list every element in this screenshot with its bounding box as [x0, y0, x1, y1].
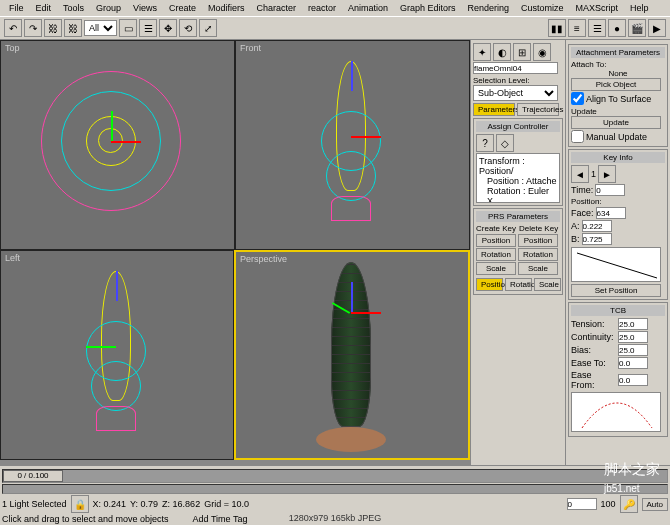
menu-grapheditors[interactable]: Graph Editors — [395, 1, 461, 15]
axis-y — [111, 111, 113, 141]
watermark: 脚本之家jb51.net — [604, 461, 660, 495]
b-input[interactable] — [582, 233, 612, 245]
menu-animation[interactable]: Animation — [343, 1, 393, 15]
auto-key-button[interactable]: Auto — [642, 498, 668, 511]
assign-icon[interactable]: ? — [476, 134, 494, 152]
menu-rendering[interactable]: Rendering — [463, 1, 515, 15]
easefrom-label: Ease From: — [571, 370, 616, 390]
create-tab-icon[interactable]: ✦ — [473, 43, 491, 61]
bias-input[interactable] — [618, 344, 648, 356]
hierarchy-tab-icon[interactable]: ⊞ — [513, 43, 531, 61]
menu-file[interactable]: File — [4, 1, 29, 15]
prev-key-icon[interactable]: ◄ — [571, 165, 589, 183]
next-key-icon[interactable]: ► — [598, 165, 616, 183]
grid-status: Grid = 10.0 — [204, 499, 249, 509]
create-pos-button[interactable]: Position — [476, 234, 516, 247]
manual-checkbox[interactable] — [571, 130, 584, 143]
viewport-label: Top — [5, 43, 20, 53]
parameters-button[interactable]: Parameters — [473, 103, 515, 116]
continuity-label: Continuity: — [571, 332, 616, 342]
face-input[interactable] — [596, 207, 626, 219]
time-tag[interactable]: Add Time Tag — [193, 514, 248, 524]
motion-tab-icon[interactable]: ◉ — [533, 43, 551, 61]
layer-icon[interactable]: ☰ — [588, 19, 606, 37]
align-icon[interactable]: ≡ — [568, 19, 586, 37]
pick-object-button[interactable]: Pick Object — [571, 78, 661, 91]
menu-create[interactable]: Create — [164, 1, 201, 15]
menu-edit[interactable]: Edit — [31, 1, 57, 15]
menu-character[interactable]: Character — [251, 1, 301, 15]
wireframe-base — [331, 196, 371, 221]
tension-input[interactable] — [618, 318, 648, 330]
prs-scale-button[interactable]: Scale — [534, 278, 561, 291]
position-curve — [571, 247, 661, 282]
move-icon[interactable]: ✥ — [159, 19, 177, 37]
time-slider[interactable]: 0 / 0.100 — [2, 469, 668, 483]
wireframe-base — [96, 406, 136, 431]
viewport-perspective[interactable]: Perspective — [234, 250, 470, 460]
prs-position-button[interactable]: Position — [476, 278, 503, 291]
set-position-button[interactable]: Set Position — [571, 284, 661, 297]
mirror-icon[interactable]: ▮▮ — [548, 19, 566, 37]
viewport-left[interactable]: Left — [0, 250, 234, 460]
delete-pos-button[interactable]: Position — [518, 234, 558, 247]
align-checkbox[interactable] — [571, 92, 584, 105]
viewport-top[interactable]: Top — [0, 40, 235, 250]
main-toolbar: ↶ ↷ ⛓ ⛓ All ▭ ☰ ✥ ⟲ ⤢ ▮▮ ≡ ☰ ● 🎬 ▶ — [0, 16, 670, 40]
viewport-front[interactable]: Front — [235, 40, 470, 250]
command-panel: ✦ ◐ ⊞ ◉ Selection Level: Sub-Object Para… — [470, 40, 670, 465]
material-icon[interactable]: ● — [608, 19, 626, 37]
lock-icon[interactable]: 🔒 — [71, 495, 89, 513]
easeto-input[interactable] — [618, 357, 648, 369]
tree-transform[interactable]: Transform : Position/ — [479, 156, 557, 176]
easefrom-input[interactable] — [618, 374, 648, 386]
menu-group[interactable]: Group — [91, 1, 126, 15]
menu-customize[interactable]: Customize — [516, 1, 569, 15]
manual-label: Manual Update — [586, 132, 647, 142]
render-icon[interactable]: 🎬 — [628, 19, 646, 37]
scale-icon[interactable]: ⤢ — [199, 19, 217, 37]
rotate-icon[interactable]: ⟲ — [179, 19, 197, 37]
make-unique-icon[interactable]: ◇ — [496, 134, 514, 152]
frame-input[interactable] — [567, 498, 597, 510]
selection-filter[interactable]: All — [84, 20, 117, 36]
menu-maxscript[interactable]: MAXScript — [571, 1, 624, 15]
menu-help[interactable]: Help — [625, 1, 654, 15]
create-scale-button[interactable]: Scale — [476, 262, 516, 275]
menu-views[interactable]: Views — [128, 1, 162, 15]
end-frame: 100 — [601, 499, 616, 509]
prs-rotation-button[interactable]: Rotation — [505, 278, 532, 291]
continuity-input[interactable] — [618, 331, 648, 343]
update-button[interactable]: Update — [571, 116, 661, 129]
controller-tree[interactable]: Transform : Position/ Position : Attache… — [476, 153, 560, 203]
unlink-icon[interactable]: ⛓ — [64, 19, 82, 37]
subobject-select[interactable]: Sub-Object — [473, 85, 558, 101]
modify-tab-icon[interactable]: ◐ — [493, 43, 511, 61]
key-icon[interactable]: 🔑 — [620, 495, 638, 513]
object-name-input[interactable] — [473, 62, 558, 74]
trajectories-button[interactable]: Trajectories — [517, 103, 559, 116]
track-bar[interactable] — [2, 484, 668, 494]
quickrender-icon[interactable]: ▶ — [648, 19, 666, 37]
delete-scale-button[interactable]: Scale — [518, 262, 558, 275]
tcb-curve — [571, 392, 661, 432]
create-key-label: Create Key — [476, 224, 517, 233]
select-name-icon[interactable]: ☰ — [139, 19, 157, 37]
undo-icon[interactable]: ↶ — [4, 19, 22, 37]
select-icon[interactable]: ▭ — [119, 19, 137, 37]
create-rot-button[interactable]: Rotation — [476, 248, 516, 261]
a-input[interactable] — [582, 220, 612, 232]
tree-position[interactable]: Position : Attache — [479, 176, 557, 186]
time-slider-handle[interactable]: 0 / 0.100 — [3, 470, 63, 482]
time-input[interactable] — [595, 184, 625, 196]
menu-tools[interactable]: Tools — [58, 1, 89, 15]
menu-reactor[interactable]: reactor — [303, 1, 341, 15]
tree-rotation[interactable]: Rotation : Euler X — [479, 186, 557, 203]
link-icon[interactable]: ⛓ — [44, 19, 62, 37]
menu-modifiers[interactable]: Modifiers — [203, 1, 250, 15]
redo-icon[interactable]: ↷ — [24, 19, 42, 37]
viewport-label: Left — [5, 253, 20, 263]
viewport-label: Perspective — [240, 254, 287, 264]
status-area: 0 / 0.100 1 Light Selected 🔒 X: 0.241 Y:… — [0, 465, 670, 503]
delete-rot-button[interactable]: Rotation — [518, 248, 558, 261]
